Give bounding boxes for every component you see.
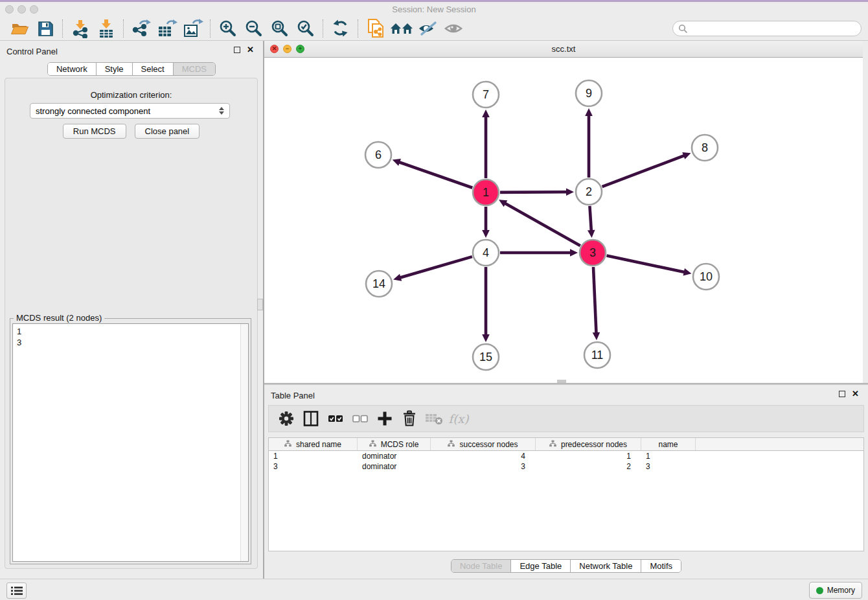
edge-4-3[interactable]	[500, 249, 578, 257]
import-network-button[interactable]	[67, 18, 93, 39]
edge-1-6[interactable]	[393, 159, 473, 188]
tab-network-table[interactable]: Network Table	[571, 560, 641, 572]
add-row-button[interactable]	[372, 408, 397, 430]
export-network-button[interactable]	[128, 18, 154, 39]
tab-network[interactable]: Network	[48, 63, 97, 75]
first-neighbors-button[interactable]	[389, 18, 415, 39]
delete-row-button[interactable]	[397, 408, 422, 430]
edge-1-2[interactable]	[500, 188, 574, 196]
cell-mcds-role[interactable]: dominator	[358, 461, 431, 472]
edge-2-8[interactable]	[602, 152, 691, 187]
cell-shared-name[interactable]: 3	[269, 461, 358, 472]
close-panel-icon[interactable]: ✕	[247, 47, 254, 53]
open-file-button[interactable]	[6, 18, 32, 39]
table-row[interactable]: 3dominator323	[269, 461, 863, 472]
table-tabs: Node TableEdge TableNetwork TableMotifs	[264, 559, 868, 573]
import-table-button[interactable]	[93, 18, 119, 39]
delete-table-button[interactable]	[422, 408, 446, 430]
edge-1-7[interactable]	[482, 110, 490, 178]
node-6[interactable]: 6	[365, 142, 391, 168]
zoom-out-button[interactable]	[241, 18, 267, 39]
cell-successor-nodes[interactable]: 4	[431, 451, 536, 461]
zoom-fit-button[interactable]	[267, 18, 293, 39]
node-11[interactable]: 11	[584, 342, 610, 368]
edge-3-1[interactable]	[499, 200, 580, 246]
export-network-icon	[131, 19, 152, 38]
node-14[interactable]: 14	[366, 271, 392, 297]
column-header-mcds-role[interactable]: MCDS role	[358, 438, 431, 450]
network-window-titlebar[interactable]: ✕ − + scc.txt	[264, 41, 863, 58]
edge-3-10[interactable]	[607, 256, 692, 276]
task-history-button[interactable]	[6, 583, 27, 599]
cell-shared-name[interactable]: 1	[269, 451, 358, 461]
search-field[interactable]	[672, 21, 862, 36]
close-table-panel-icon[interactable]: ✕	[852, 391, 859, 397]
close-panel-button[interactable]: Close panel	[135, 124, 200, 139]
table-header-row: shared nameMCDS rolesuccessor nodesprede…	[269, 438, 863, 451]
node-table[interactable]: shared nameMCDS rolesuccessor nodesprede…	[268, 437, 864, 551]
control-panel: Control Panel ✕ NetworkStyleSelectMCDS O…	[0, 41, 263, 579]
export-table-button[interactable]	[154, 18, 180, 39]
zoom-in-button[interactable]	[215, 18, 241, 39]
column-header-predecessor-nodes[interactable]: predecessor nodes	[536, 438, 641, 450]
edge-4-14[interactable]	[393, 257, 472, 281]
edge-2-9[interactable]	[585, 108, 593, 178]
network-canvas[interactable]: 7968124314101511	[264, 58, 863, 383]
edge-4-15[interactable]	[482, 267, 490, 342]
cell-name[interactable]: 3	[641, 461, 696, 472]
deselect-all-columns-button[interactable]	[348, 408, 372, 430]
edge-1-4[interactable]	[482, 207, 490, 238]
node-4[interactable]: 4	[473, 240, 499, 266]
toolbar-separator	[358, 19, 359, 38]
edge-2-3[interactable]	[588, 206, 595, 238]
cell-predecessor-nodes[interactable]: 2	[536, 461, 641, 472]
cell-name[interactable]: 1	[641, 451, 696, 461]
cell-successor-nodes[interactable]: 3	[431, 461, 536, 472]
cell-predecessor-nodes[interactable]: 1	[536, 451, 641, 461]
zoom-selected-button[interactable]	[293, 18, 319, 39]
tab-motifs[interactable]: Motifs	[641, 560, 681, 572]
tab-mcds[interactable]: MCDS	[174, 63, 215, 75]
table-row[interactable]: 1dominator411	[269, 451, 863, 461]
cell-mcds-role[interactable]: dominator	[358, 451, 431, 461]
select-all-columns-button[interactable]	[323, 408, 348, 430]
edge-3-11[interactable]	[593, 267, 600, 340]
node-15[interactable]: 15	[473, 344, 499, 370]
column-header-name[interactable]: name	[641, 438, 696, 450]
node-1[interactable]: 1	[473, 179, 499, 205]
node-7[interactable]: 7	[473, 82, 499, 108]
apply-layout-button[interactable]	[328, 18, 354, 39]
show-all-button[interactable]	[440, 18, 466, 39]
tab-node-table[interactable]: Node Table	[451, 560, 512, 572]
tab-select[interactable]: Select	[133, 63, 174, 75]
table-settings-button[interactable]	[274, 408, 299, 430]
mcds-result-textarea[interactable]: 1 3	[12, 323, 249, 562]
window-title: Session: New Session	[0, 5, 868, 14]
run-mcds-button[interactable]: Run MCDS	[63, 124, 126, 139]
export-image-button[interactable]	[180, 18, 206, 39]
column-header-successor-nodes[interactable]: successor nodes	[431, 438, 536, 450]
show-column-button[interactable]	[299, 408, 323, 430]
tab-style[interactable]: Style	[97, 63, 133, 75]
node-2[interactable]: 2	[576, 179, 602, 205]
hide-selected-button[interactable]	[415, 18, 440, 39]
function-builder-button[interactable]: f(x)	[446, 408, 471, 430]
network-graph[interactable]: 7968124314101511	[264, 58, 863, 383]
new-network-from-selection-button[interactable]	[363, 18, 389, 39]
node-3[interactable]: 3	[580, 240, 606, 266]
column-header-shared-name[interactable]: shared name	[269, 438, 358, 450]
result-scrollbar[interactable]	[240, 324, 248, 561]
tab-edge-table[interactable]: Edge Table	[511, 560, 571, 572]
node-10[interactable]: 10	[693, 264, 719, 290]
vertical-splitter-handle[interactable]	[257, 299, 263, 310]
criterion-select[interactable]: strongly connected component	[30, 103, 230, 119]
node-8[interactable]: 8	[692, 135, 718, 161]
memory-button[interactable]: Memory	[809, 582, 862, 599]
save-session-button[interactable]	[32, 18, 58, 39]
search-input[interactable]	[691, 23, 861, 34]
float-panel-icon[interactable]	[234, 47, 240, 53]
column-tree-icon	[284, 440, 291, 449]
node-9[interactable]: 9	[576, 80, 602, 106]
save-floppy-icon	[36, 19, 54, 38]
float-table-panel-icon[interactable]	[839, 391, 845, 397]
